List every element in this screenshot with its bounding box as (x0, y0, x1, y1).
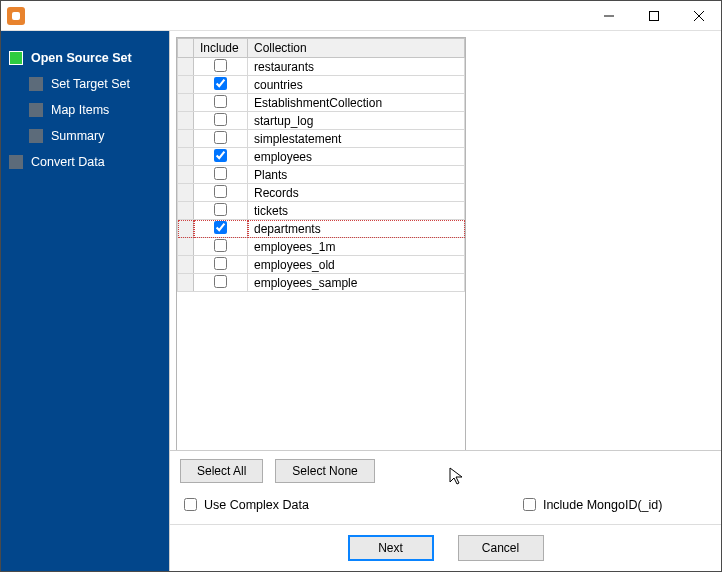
collection-name-cell[interactable]: employees (248, 148, 465, 166)
row-header-cell[interactable] (178, 76, 194, 94)
step-label: Map Items (51, 103, 109, 117)
step-label: Open Source Set (31, 51, 132, 65)
table-row[interactable]: simplestatement (178, 130, 465, 148)
collection-name-cell[interactable]: Plants (248, 166, 465, 184)
include-cell[interactable] (194, 166, 248, 184)
include-checkbox[interactable] (214, 59, 227, 72)
table-row[interactable]: Plants (178, 166, 465, 184)
table-row[interactable]: startup_log (178, 112, 465, 130)
wizard-step-open-source-set[interactable]: Open Source Set (1, 45, 169, 71)
include-cell[interactable] (194, 274, 248, 292)
include-mongoid-option[interactable]: Include MongoID(_id) (519, 495, 663, 514)
cancel-button[interactable]: Cancel (458, 535, 544, 561)
include-cell[interactable] (194, 184, 248, 202)
row-header-cell[interactable] (178, 148, 194, 166)
include-checkbox[interactable] (214, 203, 227, 216)
use-complex-data-option[interactable]: Use Complex Data (180, 495, 309, 514)
row-header-col (178, 39, 194, 58)
step-marker-icon (9, 155, 23, 169)
select-none-button[interactable]: Select None (275, 459, 374, 483)
include-cell[interactable] (194, 220, 248, 238)
step-label: Convert Data (31, 155, 105, 169)
table-row[interactable]: restaurants (178, 58, 465, 76)
wizard-step-map-items[interactable]: Map Items (1, 97, 169, 123)
include-checkbox[interactable] (214, 113, 227, 126)
svg-rect-1 (649, 11, 658, 20)
row-header-cell[interactable] (178, 130, 194, 148)
row-header-cell[interactable] (178, 184, 194, 202)
table-row[interactable]: departments (178, 220, 465, 238)
collection-name-cell[interactable]: employees_1m (248, 238, 465, 256)
col-include-header[interactable]: Include (194, 39, 248, 58)
row-header-cell[interactable] (178, 112, 194, 130)
include-cell[interactable] (194, 58, 248, 76)
table-row[interactable]: Records (178, 184, 465, 202)
col-collection-header[interactable]: Collection (248, 39, 465, 58)
row-header-cell[interactable] (178, 238, 194, 256)
table-row[interactable]: tickets (178, 202, 465, 220)
row-header-cell[interactable] (178, 58, 194, 76)
table-row[interactable]: employees_old (178, 256, 465, 274)
select-all-button[interactable]: Select All (180, 459, 263, 483)
include-mongoid-label: Include MongoID(_id) (543, 498, 663, 512)
collection-name-cell[interactable]: departments (248, 220, 465, 238)
row-header-cell[interactable] (178, 202, 194, 220)
table-row[interactable]: employees_sample (178, 274, 465, 292)
include-cell[interactable] (194, 94, 248, 112)
row-header-cell[interactable] (178, 220, 194, 238)
include-checkbox[interactable] (214, 221, 227, 234)
wizard-step-summary[interactable]: Summary (1, 123, 169, 149)
include-checkbox[interactable] (214, 95, 227, 108)
row-header-cell[interactable] (178, 256, 194, 274)
include-checkbox[interactable] (214, 131, 227, 144)
maximize-button[interactable] (631, 1, 676, 30)
wizard-sidebar: Open Source SetSet Target SetMap ItemsSu… (1, 31, 169, 571)
wizard-step-convert-data[interactable]: Convert Data (1, 149, 169, 175)
maximize-icon (649, 11, 659, 21)
include-checkbox[interactable] (214, 275, 227, 288)
include-cell[interactable] (194, 202, 248, 220)
collection-name-cell[interactable]: countries (248, 76, 465, 94)
row-header-cell[interactable] (178, 274, 194, 292)
include-cell[interactable] (194, 238, 248, 256)
collection-name-cell[interactable]: EstablishmentCollection (248, 94, 465, 112)
collections-table-wrap: Include Collection restaurantscountriesE… (176, 37, 466, 451)
wizard-step-set-target-set[interactable]: Set Target Set (1, 71, 169, 97)
collection-name-cell[interactable]: simplestatement (248, 130, 465, 148)
include-mongoid-checkbox[interactable] (523, 498, 536, 511)
close-button[interactable] (676, 1, 721, 30)
table-row[interactable]: employees_1m (178, 238, 465, 256)
collection-name-cell[interactable]: tickets (248, 202, 465, 220)
row-header-cell[interactable] (178, 166, 194, 184)
include-cell[interactable] (194, 112, 248, 130)
collection-name-cell[interactable]: employees_sample (248, 274, 465, 292)
include-checkbox[interactable] (214, 257, 227, 270)
collections-table: Include Collection restaurantscountriesE… (177, 38, 465, 292)
use-complex-data-checkbox[interactable] (184, 498, 197, 511)
include-checkbox[interactable] (214, 167, 227, 180)
include-checkbox[interactable] (214, 185, 227, 198)
table-scroll-area[interactable]: Include Collection restaurantscountriesE… (170, 31, 721, 451)
include-checkbox[interactable] (214, 149, 227, 162)
row-header-cell[interactable] (178, 94, 194, 112)
include-checkbox[interactable] (214, 77, 227, 90)
next-button[interactable]: Next (348, 535, 434, 561)
selection-controls: Select All Select None (170, 451, 721, 491)
include-cell[interactable] (194, 148, 248, 166)
collection-name-cell[interactable]: restaurants (248, 58, 465, 76)
include-cell[interactable] (194, 130, 248, 148)
table-row[interactable]: EstablishmentCollection (178, 94, 465, 112)
minimize-button[interactable] (586, 1, 631, 30)
include-cell[interactable] (194, 76, 248, 94)
app-window: Open Source SetSet Target SetMap ItemsSu… (0, 0, 722, 572)
table-row[interactable]: countries (178, 76, 465, 94)
minimize-icon (604, 11, 614, 21)
close-icon (694, 11, 704, 21)
include-checkbox[interactable] (214, 239, 227, 252)
use-complex-data-label: Use Complex Data (204, 498, 309, 512)
collection-name-cell[interactable]: startup_log (248, 112, 465, 130)
table-row[interactable]: employees (178, 148, 465, 166)
collection-name-cell[interactable]: employees_old (248, 256, 465, 274)
include-cell[interactable] (194, 256, 248, 274)
collection-name-cell[interactable]: Records (248, 184, 465, 202)
